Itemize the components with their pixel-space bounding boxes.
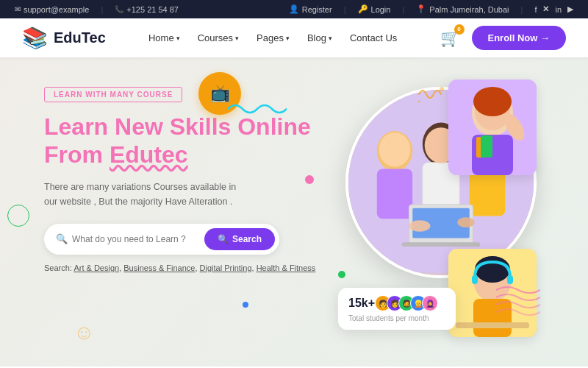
stats-number: 15k+ <box>348 297 375 310</box>
side-image-top <box>448 79 537 175</box>
location-text: Palm Jumeirah, Dubai <box>429 5 509 14</box>
logo-icon: 📚 <box>22 26 48 50</box>
facebook-icon[interactable]: f <box>534 5 537 14</box>
cart-icon[interactable]: 🛒 0 <box>440 29 460 48</box>
stats-top: 15k+ 🧑 👩 🧔 👱 🧕 <box>348 295 445 311</box>
cart-badge: 0 <box>454 24 465 35</box>
side-student-top-svg <box>448 79 537 175</box>
nav-home[interactable]: Home ▾ <box>148 32 180 43</box>
top-bar: ✉ support@example | 📞 +125 21 54 87 👤 Re… <box>0 0 588 18</box>
hero-title: Learn New Skills Online From Edutec <box>44 113 323 169</box>
stats-avatars: 🧑 👩 🧔 👱 🧕 <box>379 295 438 311</box>
phone-text: +125 21 54 87 <box>126 5 179 14</box>
search-button[interactable]: 🔍 Search <box>204 228 275 250</box>
home-chevron: ▾ <box>176 35 180 42</box>
nav-pages[interactable]: Pages ▾ <box>257 32 290 43</box>
avatar-5: 🧕 <box>422 295 438 311</box>
register-item[interactable]: 👤 Register <box>289 4 332 14</box>
stats-label: Total students per month <box>348 314 445 322</box>
svg-rect-27 <box>472 275 478 284</box>
phone-item: 📞 +125 21 54 87 <box>115 5 179 14</box>
twitter-icon[interactable]: ✕ <box>542 4 549 14</box>
scribble-svg <box>415 83 445 105</box>
search-input[interactable] <box>72 234 204 244</box>
login-icon: 🔑 <box>358 4 368 14</box>
book-icon: 📺 <box>210 84 230 103</box>
nav-courses[interactable]: Courses ▾ <box>198 32 239 43</box>
nav-links: Home ▾ Courses ▾ Pages ▾ Blog ▾ Contact … <box>148 32 397 43</box>
svg-point-3 <box>379 132 411 167</box>
svg-rect-22 <box>481 135 492 158</box>
linkedin-icon[interactable]: in <box>555 5 562 14</box>
hero-right: 15k+ 🧑 👩 🧔 👱 🧕 Total students per month <box>323 72 551 352</box>
email-text: support@example <box>24 5 89 14</box>
search-icon: 🔍 <box>56 233 68 244</box>
search-tags: Search: Art & Design, Business & Finance… <box>44 263 323 272</box>
enroll-button[interactable]: Enroll Now → <box>472 26 567 50</box>
login-label: Login <box>371 5 391 14</box>
deco-scribble <box>415 83 445 109</box>
svg-point-31 <box>440 87 444 91</box>
search-btn-label: Search <box>232 234 262 244</box>
hero-title-highlight: Edutec <box>110 141 188 168</box>
hero-badge: LEARN WITH MANY COURSE <box>44 87 182 102</box>
nav-blog[interactable]: Blog ▾ <box>307 32 332 43</box>
youtube-icon[interactable]: ▶ <box>567 4 573 14</box>
search-box: 🔍 🔍 Search <box>44 224 279 255</box>
search-btn-icon: 🔍 <box>218 234 229 244</box>
nav-right: 🛒 0 Enroll Now → <box>440 26 567 50</box>
tag-art-design[interactable]: Art & Design <box>74 263 119 272</box>
nav-contact[interactable]: Contact Us <box>350 32 397 43</box>
logo[interactable]: 📚 EduTec <box>22 26 106 50</box>
social-icons: f ✕ in ▶ <box>534 4 573 14</box>
hero-title-line2: From <box>44 141 110 168</box>
svg-rect-12 <box>402 242 481 247</box>
register-icon: 👤 <box>289 4 299 14</box>
tag-digital-printing[interactable]: Digital Printing <box>200 263 252 272</box>
svg-point-14 <box>457 217 474 227</box>
email-icon: ✉ <box>15 5 21 13</box>
courses-chevron: ▾ <box>235 35 239 42</box>
svg-point-13 <box>409 220 430 232</box>
email-item: ✉ support@example <box>15 5 89 14</box>
search-prefix: Search: <box>44 263 72 272</box>
top-bar-right: 👤 Register | 🔑 Login | 📍 Palm Jumeirah, … <box>289 4 573 14</box>
svg-rect-30 <box>456 322 529 328</box>
wavy-line-deco <box>228 100 287 118</box>
top-bar-left: ✉ support@example | 📞 +125 21 54 87 <box>15 5 179 14</box>
phone-icon: 📞 <box>115 5 123 13</box>
location-icon: 📍 <box>416 4 426 14</box>
svg-rect-2 <box>377 169 412 219</box>
pages-chevron: ▾ <box>286 35 290 42</box>
stats-card: 15k+ 🧑 👩 🧔 👱 🧕 Total students per month <box>338 288 456 330</box>
tag-health[interactable]: Health & Fitness <box>257 263 316 272</box>
login-item[interactable]: 🔑 Login <box>358 4 391 14</box>
navbar: 📚 EduTec Home ▾ Courses ▾ Pages ▾ Blog ▾… <box>0 18 588 57</box>
deco-circle-outline <box>7 205 29 227</box>
hero-section: LEARN WITH MANY COURSE Learn New Skills … <box>0 57 588 367</box>
blog-chevron: ▾ <box>329 35 332 42</box>
svg-point-32 <box>417 100 420 103</box>
tag-business[interactable]: Business & Finance <box>123 263 195 272</box>
hero-description: There are many variations Courses availa… <box>44 180 250 209</box>
svg-point-18 <box>473 87 512 116</box>
register-label: Register <box>302 5 332 14</box>
wave-pink-svg <box>496 283 540 319</box>
logo-text: EduTec <box>54 29 106 46</box>
location-item: 📍 Palm Jumeirah, Dubai <box>416 4 509 14</box>
svg-point-26 <box>475 256 510 283</box>
deco-wave-pink <box>496 283 540 322</box>
